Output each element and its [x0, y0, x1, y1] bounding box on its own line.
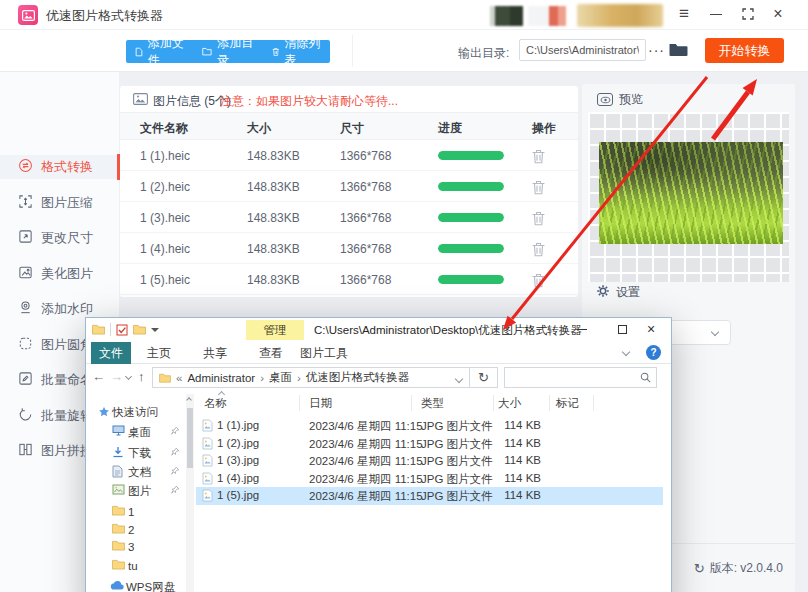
close-icon[interactable]: × — [766, 0, 790, 28]
refresh-button[interactable]: ↻ — [470, 367, 498, 388]
table-row: 1 (3).heic148.83KB1366*768 — [120, 202, 578, 233]
sidebar-item-1[interactable]: 格式转换 — [0, 155, 120, 179]
explorer-file-row[interactable]: 1 (3).jpg2023/4/6 星期四 11:15JPG 图片文件114 K… — [196, 452, 663, 470]
up-icon[interactable]: ↑ — [138, 369, 145, 384]
scrollbar-thumb[interactable] — [187, 408, 193, 468]
image-list-card: 图片信息 (5个) 注意：如果图片较大请耐心等待... 文件名称 大小 尺寸 进… — [120, 86, 578, 297]
nav-label: 2 — [128, 524, 134, 536]
manage-tab[interactable]: 管理 — [246, 320, 304, 340]
nav-item-桌面[interactable]: 桌面 — [86, 423, 186, 441]
update-icon[interactable]: ↻ — [694, 561, 705, 576]
qat-dropdown-icon[interactable] — [151, 328, 159, 332]
explorer-file-row[interactable]: 1 (4).jpg2023/4/6 星期四 11:15JPG 图片文件114 K… — [196, 470, 663, 488]
explorer-file-row[interactable]: 1 (2).jpg2023/4/6 星期四 11:15JPG 图片文件114 K… — [196, 435, 663, 453]
nav-folder-3[interactable]: 3 — [86, 538, 186, 556]
jpg-file-icon — [202, 454, 213, 469]
jpg-file-icon — [202, 489, 213, 504]
file-dimension: 1366*768 — [340, 180, 391, 194]
col-name[interactable]: 名称 — [204, 396, 227, 411]
eye-icon — [597, 93, 613, 106]
tab-picture-tools[interactable]: 图片工具 — [294, 342, 354, 364]
sidebar-item-3[interactable]: 更改尺寸 — [0, 226, 120, 250]
crumb-desktop[interactable]: 桌面 — [269, 370, 292, 385]
explorer-close-icon[interactable]: × — [639, 318, 663, 340]
nav-quick-access[interactable]: 快速访问 — [86, 403, 186, 421]
app-title: 优速图片格式转换器 — [46, 7, 163, 25]
help-icon[interactable]: ? — [646, 345, 661, 360]
col-type[interactable]: 类型 — [421, 396, 444, 411]
add-directory-label: 添加目录 — [217, 35, 254, 69]
nav-scrollbar[interactable] — [186, 394, 194, 592]
recent-locations-icon[interactable] — [125, 373, 132, 380]
start-convert-button[interactable]: 开始转换 — [705, 38, 784, 63]
col-tags[interactable]: 标记 — [556, 396, 579, 411]
tab-view[interactable]: 查看 — [250, 342, 292, 364]
forward-icon[interactable]: → — [110, 369, 123, 384]
pin-icon — [170, 485, 180, 497]
titlebar-ad-thumbnail-1[interactable] — [490, 6, 523, 26]
preview-header: 预览 — [597, 91, 643, 108]
sidebar-item-4[interactable]: 美化图片 — [0, 262, 120, 286]
screen: 优速图片格式转换器 ≡ × 添加文件 添加目录 清除列表 输出目录: — [0, 0, 808, 592]
maximize-icon[interactable] — [736, 0, 760, 28]
clear-list-button[interactable]: 清除列表 — [263, 40, 330, 63]
file-icon — [135, 46, 143, 58]
scroll-up-icon[interactable] — [186, 397, 192, 403]
titlebar-ad-thumbnail-2[interactable] — [528, 6, 566, 26]
output-dir-input[interactable] — [519, 39, 646, 61]
titlebar-ad-banner[interactable] — [577, 4, 663, 27]
folder-icon[interactable] — [133, 324, 146, 335]
explorer-search-input[interactable] — [509, 369, 635, 386]
explorer-file-name: 1 (1).jpg — [217, 419, 259, 431]
explorer-minimize-icon[interactable] — [570, 318, 594, 340]
nav-folder-tu[interactable]: tu — [86, 557, 186, 575]
file-name: 1 (2).heic — [140, 180, 190, 194]
tab-home[interactable]: 主页 — [138, 342, 180, 364]
nav-label: WPS网盘 — [126, 580, 175, 592]
sidebar-item-2[interactable]: 图片压缩 — [0, 191, 120, 215]
add-file-button[interactable]: 添加文件 — [126, 40, 193, 63]
sidebar-item-icon — [18, 300, 33, 318]
delete-file-button[interactable] — [528, 209, 548, 227]
search-icon — [640, 372, 651, 383]
menu-icon[interactable]: ≡ — [672, 0, 696, 28]
progress-fill — [438, 213, 504, 222]
add-directory-button[interactable]: 添加目录 — [193, 40, 263, 63]
nav-item-文档[interactable]: 文档 — [86, 463, 186, 481]
delete-file-button[interactable] — [528, 178, 548, 196]
checkbox-icon[interactable] — [116, 324, 128, 336]
minimize-icon[interactable] — [704, 0, 728, 28]
folder-icon — [92, 324, 105, 335]
breadcrumb[interactable]: « Administrator › 桌面 › 优速图片格式转换器 — [152, 367, 470, 388]
nav-folder-1[interactable]: 1 — [86, 503, 186, 521]
tab-share[interactable]: 共享 — [194, 342, 236, 364]
tab-file[interactable]: 文件 — [91, 342, 131, 364]
browse-more-button[interactable]: ··· — [648, 42, 665, 58]
explorer-maximize-icon[interactable] — [610, 318, 634, 340]
ribbon-collapse-icon[interactable] — [622, 348, 630, 356]
delete-file-button[interactable] — [528, 147, 548, 165]
delete-file-button[interactable] — [528, 271, 548, 289]
back-icon[interactable]: ← — [92, 369, 105, 384]
crumb-root: « — [176, 372, 182, 384]
nav-item-图片[interactable]: 图片 — [86, 482, 186, 500]
nav-item-下载[interactable]: 下载 — [86, 444, 186, 462]
col-date[interactable]: 日期 — [309, 396, 332, 411]
delete-file-button[interactable] — [528, 240, 548, 258]
col-size[interactable]: 大小 — [498, 396, 521, 411]
nav-folder-2[interactable]: 2 — [86, 521, 186, 539]
explorer-file-row[interactable]: 1 (1).jpg2023/4/6 星期四 11:15JPG 图片文件114 K… — [196, 417, 663, 435]
progress-bar — [438, 275, 504, 284]
explorer-titlebar: 管理 C:\Users\Administrator\Desktop\优速图片格式… — [86, 318, 671, 342]
address-dropdown-icon[interactable] — [455, 375, 463, 383]
file-size: 148.83KB — [247, 180, 300, 194]
explorer-file-size: 114 KB — [476, 454, 541, 466]
explorer-file-row[interactable]: 1 (5).jpg2023/4/6 星期四 11:15JPG 图片文件114 K… — [196, 487, 663, 505]
crumb-app-folder[interactable]: 优速图片格式转换器 — [306, 370, 410, 385]
folder-icon — [112, 540, 125, 553]
app-titlebar: 优速图片格式转换器 ≡ × — [0, 0, 808, 30]
download-icon — [112, 446, 124, 460]
nav-wps-cloud[interactable]: WPS网盘 — [86, 578, 186, 592]
crumb-administrator[interactable]: Administrator — [187, 372, 255, 384]
open-output-folder-button[interactable] — [669, 43, 688, 60]
